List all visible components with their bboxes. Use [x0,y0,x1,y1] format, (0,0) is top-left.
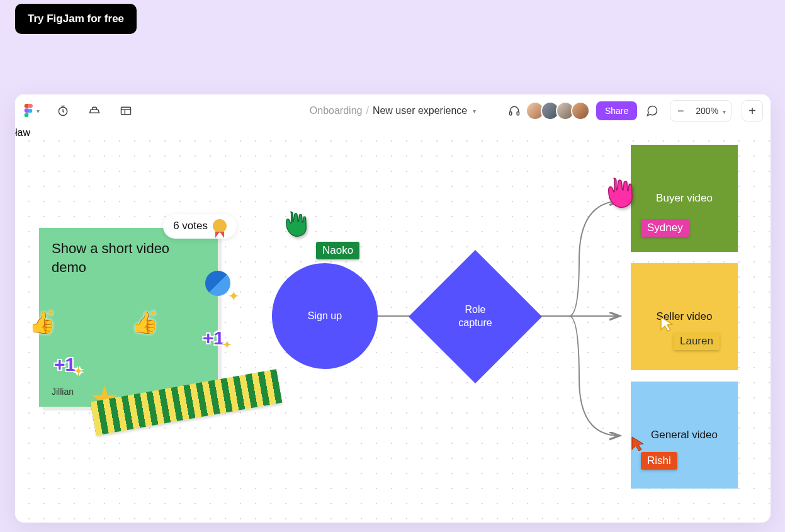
card-general-video[interactable]: General video [631,382,738,489]
share-button[interactable]: Share [596,101,637,120]
breadcrumb-root: Onboarding [310,105,363,116]
timer-button[interactable] [54,102,72,120]
blob-sticker[interactable] [205,271,230,296]
comment-icon [646,105,658,117]
headphones-icon [508,105,521,117]
zoom-value[interactable]: 200% ▾ [691,106,731,116]
cursor-icon [631,436,645,452]
comments-button[interactable] [643,102,661,120]
voting-icon [88,105,101,117]
votes-badge[interactable]: 6 votes [163,214,237,239]
cursor-icon [660,316,674,332]
sticky-author: Jillian [52,386,74,398]
layout-button[interactable] [117,102,135,120]
figma-logo-icon [23,104,33,118]
thumbs-up-sticker[interactable]: 👍✦ [132,310,158,335]
topbar-left: ▾ [23,102,135,120]
cursor-label-rishi: Rishi [641,452,677,470]
zoom-out-button[interactable]: − [670,105,691,118]
topbar-right: Share − 200% ▾ + [505,100,763,122]
cursor-label-lauren: Lauren [674,332,720,350]
svg-point-0 [28,109,33,113]
avatar[interactable] [571,101,590,120]
canvas[interactable]: Show a short video demo Jillian 6 votes … [15,127,771,523]
layout-icon [120,105,132,117]
svg-rect-3 [509,112,511,115]
card-label: Buyer video [656,192,713,205]
votes-count: 6 votes [173,219,208,234]
figma-menu-button[interactable]: ▾ [23,102,40,120]
chevron-down-icon: ▾ [723,108,726,115]
zoom-control: − 200% ▾ [670,100,731,122]
cursor-label-sydney: Sydney [641,219,689,237]
flowchart-node-signup[interactable]: Sign up [272,263,378,369]
zoom-in-button[interactable]: + [742,100,763,122]
breadcrumb[interactable]: Onboarding / New user experience ▾ [310,105,476,116]
plus-one-sticker[interactable]: +1✦ [54,354,76,375]
svg-rect-2 [121,107,131,115]
card-seller-video[interactable]: Seller video [631,263,738,370]
wave-hand-icon [601,175,641,222]
voting-button[interactable] [86,102,103,120]
cursor-label-naoko: Naoko [316,242,359,259]
audio-button[interactable] [505,102,523,120]
chevron-down-icon: ▾ [473,108,476,115]
collaborator-avatars[interactable] [529,101,590,120]
timer-icon [57,105,69,117]
node-label: Sign up [308,310,342,322]
card-label: General video [651,429,718,441]
topbar: ▾ Onboarding / New user experience [15,94,771,127]
thumbs-up-sticker[interactable]: 👍✦ [29,310,55,335]
breadcrumb-page: New user experience [373,105,467,116]
node-label: Role capture [458,303,492,330]
plus-one-sticker[interactable]: +1✦ [203,327,224,349]
figjam-window: ▾ Onboarding / New user experience [15,94,771,523]
wave-hand-icon [280,209,313,249]
sticky-text: Show a short video demo [52,239,205,276]
ribbon-icon [213,219,227,233]
sticky-note[interactable]: Show a short video demo Jillian 6 votes [39,228,218,407]
svg-rect-4 [517,112,519,115]
try-figjam-button[interactable]: Try FigJam for free [15,4,137,34]
sparkle-icon: ✦ [228,288,239,305]
breadcrumb-separator: / [366,105,368,116]
chevron-down-icon: ▾ [37,108,40,115]
